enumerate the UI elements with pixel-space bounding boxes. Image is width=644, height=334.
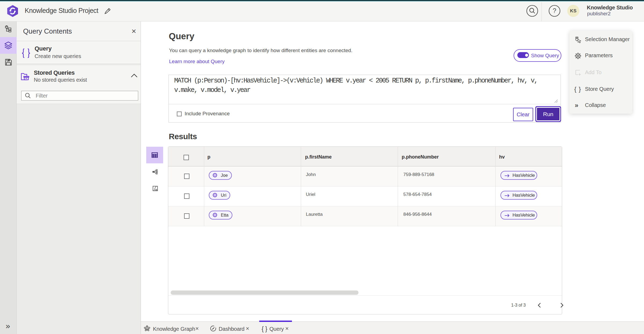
svg-text:?: ?	[553, 7, 556, 14]
